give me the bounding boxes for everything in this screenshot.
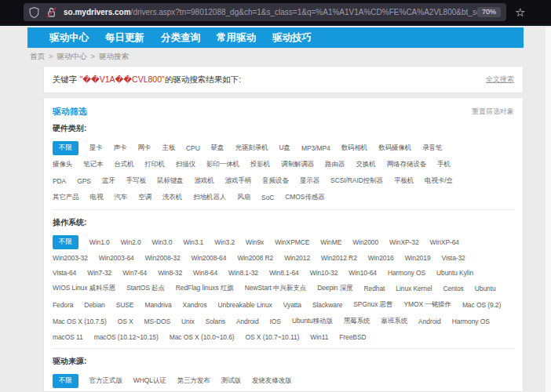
filter-option[interactable]: 发烧友修改版	[252, 376, 291, 386]
filter-option[interactable]: WinXP-32	[389, 238, 418, 246]
filter-option[interactable]: 手写板	[126, 176, 146, 186]
scrollbar[interactable]	[546, 27, 551, 392]
filter-option[interactable]: Win2008-32	[145, 254, 181, 262]
filter-option[interactable]: 洗衣机	[162, 193, 182, 202]
nav-item[interactable]: 分类查询	[161, 31, 200, 45]
filter-option[interactable]: 声卡	[114, 143, 127, 153]
filter-option[interactable]: 打印机	[145, 160, 165, 169]
zoom-level-badge[interactable]: 70%	[477, 7, 501, 17]
filter-option[interactable]: Win3.0	[152, 238, 173, 246]
filter-option[interactable]: Mac OS X (10.7.5)	[53, 318, 107, 325]
filter-option[interactable]: 手机	[437, 160, 451, 169]
filter-option[interactable]: 笔记本	[83, 160, 103, 169]
filter-option[interactable]: Redhat	[364, 285, 385, 292]
filter-option[interactable]: SoC	[261, 194, 274, 201]
filter-option-selected[interactable]: 不限	[53, 235, 78, 249]
filter-option[interactable]: Harmony OS	[388, 269, 425, 277]
filter-option[interactable]: 音频设备	[262, 176, 289, 186]
filter-option[interactable]: Win8-64	[193, 269, 217, 277]
filter-option[interactable]: Harmony OS	[452, 318, 490, 325]
filter-option[interactable]: 第三方发布	[177, 376, 210, 386]
filter-option[interactable]: Win2012 R2	[321, 254, 357, 262]
filter-option[interactable]: 测试版	[221, 376, 241, 386]
filter-option[interactable]: Unix	[181, 318, 195, 325]
filter-option[interactable]: Win8-32	[158, 269, 182, 277]
filter-option[interactable]: 台式机	[114, 160, 133, 169]
filter-option[interactable]: SPGnux 思普	[353, 300, 392, 310]
filter-option[interactable]: Win2019	[405, 254, 431, 262]
insecure-lock-icon[interactable]	[46, 7, 57, 18]
filter-option[interactable]: WHQL认证	[133, 376, 166, 386]
filter-option[interactable]: Win2008-64	[192, 254, 227, 262]
filter-option[interactable]: 显卡	[89, 143, 103, 153]
filter-option[interactable]: CMOS传感器	[285, 193, 324, 202]
filter-option[interactable]: Win8.1-32	[228, 269, 258, 277]
filter-option[interactable]: Deepin 深度	[317, 284, 352, 293]
filter-option[interactable]: 路由器	[325, 160, 345, 169]
filter-option[interactable]: GPS	[77, 177, 91, 185]
filter-option[interactable]: 摄像头	[53, 160, 72, 169]
filter-option[interactable]: Win3.1	[183, 238, 203, 246]
filter-option-selected[interactable]: 不限	[53, 141, 78, 155]
filter-option[interactable]: Win11	[310, 333, 328, 341]
filter-option[interactable]: Ubuntu Kylin	[436, 269, 473, 277]
filter-option[interactable]: Win2.0	[121, 238, 141, 246]
filter-option[interactable]: Win3.2	[214, 238, 235, 246]
filter-option[interactable]: WinXP-64	[430, 238, 459, 246]
nav-item[interactable]: 常用驱动	[217, 31, 256, 45]
nav-item[interactable]: 驱动技巧	[272, 31, 312, 45]
filter-option[interactable]: 投影机	[250, 160, 270, 169]
bookmark-star-icon[interactable]: ☆	[515, 6, 525, 18]
shield-icon[interactable]	[29, 7, 39, 18]
filter-option[interactable]: Solaris	[206, 318, 225, 325]
filter-option[interactable]: 电视	[90, 193, 104, 202]
filter-option[interactable]: Mac OS (9.2)	[462, 301, 501, 309]
filter-option[interactable]: 交换机	[356, 160, 375, 169]
filter-option[interactable]: 塞班系统	[381, 317, 408, 326]
filter-option[interactable]: MP3/MP4	[301, 144, 330, 152]
filter-option[interactable]: 调制解调器	[281, 160, 314, 169]
filter-option[interactable]: WinXPMCE	[275, 238, 309, 246]
breadcrumb-item[interactable]: 首页	[30, 52, 45, 60]
filter-option[interactable]: Win2000	[352, 238, 378, 246]
filter-option[interactable]: SCSI/RAID控制器	[330, 176, 383, 186]
filter-option[interactable]: 黑莓系统	[344, 317, 370, 326]
filter-option[interactable]: FreeBSD	[339, 333, 366, 341]
filter-option[interactable]: CPU	[186, 144, 200, 152]
filter-option[interactable]: Win10-32	[310, 269, 338, 277]
filter-option[interactable]: Win7-64	[122, 269, 147, 277]
reset-filter-link[interactable]: 重置筛选对象	[472, 107, 514, 117]
filter-option[interactable]: 主板	[162, 143, 175, 153]
filter-option[interactable]: NewStart 中兴新支点	[245, 284, 306, 293]
filter-option[interactable]: 扫描仪	[176, 160, 195, 169]
filter-option[interactable]: SUSE	[116, 301, 134, 309]
breadcrumb-item[interactable]: 驱动中心	[57, 52, 87, 60]
filter-option[interactable]: Win2008 R2	[237, 254, 273, 262]
filter-option[interactable]: 其它产品	[53, 193, 79, 202]
filter-option[interactable]: Win8.1-64	[269, 269, 299, 277]
filter-option[interactable]: macOS 11	[53, 333, 83, 341]
filter-option[interactable]: WIOS Linux 威科乐恩	[53, 284, 115, 293]
filter-option[interactable]: Linux Kernel	[396, 285, 432, 292]
filter-option[interactable]: 录音笔	[422, 143, 442, 153]
filter-option[interactable]: Win10-64	[348, 269, 377, 277]
filter-option[interactable]: RedFlag linuxs 红旗	[176, 284, 234, 293]
filter-option[interactable]: Win1.0	[89, 238, 110, 246]
filter-option[interactable]: 光驱刻录机	[235, 143, 268, 153]
fulltext-search-link[interactable]: 全文搜索	[486, 74, 514, 85]
filter-option[interactable]: Win7-32	[87, 269, 111, 277]
filter-option[interactable]: OS X (10.7~10.11)	[246, 333, 300, 341]
filter-option[interactable]: 官方正式版	[89, 376, 122, 386]
filter-option[interactable]: Win2012	[284, 254, 310, 262]
nav-item[interactable]: 驱动中心	[49, 31, 89, 45]
filter-option[interactable]: Win9x	[246, 238, 264, 246]
filter-option[interactable]: Mac OS X (10.0~10.6)	[170, 333, 235, 341]
filter-option[interactable]: MS-DOS	[144, 318, 170, 325]
filter-option[interactable]: 电视卡/盒	[425, 176, 453, 186]
filter-option[interactable]: 网卡	[137, 143, 151, 153]
filter-option[interactable]: StartOS 起点	[126, 284, 165, 293]
filter-option[interactable]: WinME	[320, 238, 341, 246]
filter-option[interactable]: 风扇	[237, 193, 250, 202]
filter-option[interactable]: 网络存储设备	[387, 160, 426, 169]
url-bar[interactable]: so.mydrivers.com/drivers.aspx?tn=9801208…	[24, 3, 506, 21]
